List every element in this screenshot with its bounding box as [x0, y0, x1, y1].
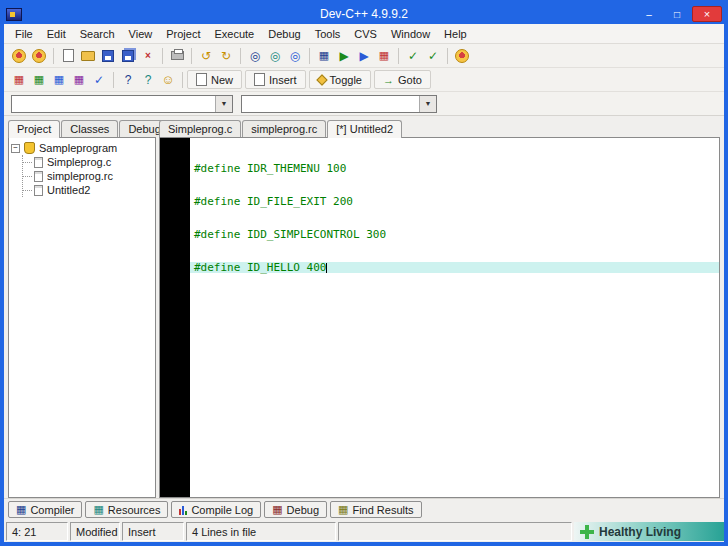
- file-icon: [34, 171, 43, 182]
- tab-debug-label: Debug: [287, 504, 319, 516]
- menu-file[interactable]: File: [8, 26, 40, 42]
- menu-window[interactable]: Window: [384, 26, 437, 42]
- menu-view[interactable]: View: [122, 26, 160, 42]
- tree-root-label: Sampleprogram: [39, 142, 117, 154]
- tab-untitled2[interactable]: [*] Untitled2: [327, 120, 402, 138]
- tree-item-untitled2[interactable]: Untitled2: [23, 183, 153, 197]
- print-icon[interactable]: [167, 46, 187, 65]
- healthy-living-watermark: Healthy Living: [574, 522, 724, 541]
- titlebar: Dev-C++ 4.9.9.2 – □ ×: [4, 4, 724, 24]
- editor-tabs: Simpleprog.c simpleprog.rc [*] Untitled2: [159, 118, 720, 137]
- find-results-panel-icon: ▦: [338, 503, 348, 516]
- menu-execute[interactable]: Execute: [207, 26, 261, 42]
- left-tabs: Project Classes Debug: [8, 118, 156, 137]
- open-file-icon[interactable]: [78, 46, 98, 65]
- tab-compile-log[interactable]: Compile Log: [171, 501, 261, 518]
- menu-tools[interactable]: Tools: [308, 26, 348, 42]
- tab-simpleprog-c[interactable]: Simpleprog.c: [159, 120, 241, 137]
- menu-cvs[interactable]: CVS: [347, 26, 384, 42]
- editor-gutter[interactable]: [160, 138, 190, 497]
- chevron-down-icon[interactable]: ▼: [215, 96, 232, 112]
- profile-icon[interactable]: ✓: [423, 46, 443, 65]
- menubar: File Edit Search View Project Execute De…: [4, 24, 724, 44]
- replace-icon[interactable]: ◎: [265, 46, 285, 65]
- project-shield-icon: [24, 142, 35, 154]
- status-filler: [338, 522, 572, 541]
- menu-edit[interactable]: Edit: [40, 26, 73, 42]
- file-icon: [34, 185, 43, 196]
- save-all-icon[interactable]: [118, 46, 138, 65]
- collapse-toggle[interactable]: −: [11, 144, 20, 153]
- globals-icon[interactable]: ▦: [69, 70, 89, 89]
- line-count: 4 Lines in file: [186, 522, 336, 541]
- close-file-icon[interactable]: ×: [138, 46, 158, 65]
- status-bar: 4: 21 Modified Insert 4 Lines in file He…: [4, 520, 724, 542]
- tree-item-simpleprog-c[interactable]: Simpleprog.c: [23, 155, 153, 169]
- tab-debug-panel[interactable]: ▦ Debug: [264, 501, 327, 518]
- goto-bookmark-button[interactable]: → Goto: [374, 70, 431, 89]
- menu-project[interactable]: Project: [159, 26, 207, 42]
- tab-compiler-label: Compiler: [30, 504, 74, 516]
- tree-root[interactable]: − Sampleprogram: [11, 141, 153, 155]
- code-line-3: #define IDD_SIMPLECONTROL 300: [190, 229, 719, 240]
- code-area[interactable]: #define IDR_THEMENU 100 #define ID_FILE_…: [190, 138, 719, 497]
- tab-simpleprog-rc[interactable]: simpleprog.rc: [242, 120, 326, 137]
- find-icon[interactable]: ◎: [245, 46, 265, 65]
- new-button-label: New: [211, 74, 233, 86]
- dev-cpp-window: Dev-C++ 4.9.9.2 – □ × File Edit Search V…: [0, 0, 728, 546]
- syntax-check-icon[interactable]: ✓: [89, 70, 109, 89]
- main-toolbar: × ↺ ↻ ◎ ◎ ◎ ▦ ▶ ▶ ▦ ✓ ✓: [4, 44, 724, 68]
- structure-icon[interactable]: ▦: [49, 70, 69, 89]
- combo-toolbar: ▼ ▼: [4, 92, 724, 116]
- toggle-bookmark-button[interactable]: Toggle: [309, 70, 371, 89]
- debug-panel-icon: ▦: [272, 503, 282, 516]
- goto-function-combo[interactable]: ▼: [241, 95, 437, 113]
- compile-run-icon[interactable]: ▶: [354, 46, 374, 65]
- members-icon[interactable]: ▦: [29, 70, 49, 89]
- menu-help[interactable]: Help: [437, 26, 474, 42]
- insert-doc-icon: [254, 73, 265, 86]
- rebuild-icon[interactable]: ▦: [374, 46, 394, 65]
- new-project-icon[interactable]: [9, 46, 29, 65]
- open-project-icon[interactable]: [29, 46, 49, 65]
- run-icon[interactable]: ▶: [334, 46, 354, 65]
- save-icon[interactable]: [98, 46, 118, 65]
- goto-button-label: Goto: [398, 74, 422, 86]
- about-icon[interactable]: ☺: [158, 70, 178, 89]
- tree-item-label: Simpleprog.c: [47, 156, 111, 168]
- project-tree[interactable]: − Sampleprogram Simpleprog.c simpleprog.…: [9, 138, 155, 200]
- compiler-combo-value: [12, 96, 215, 112]
- help-icon[interactable]: ?: [118, 70, 138, 89]
- toggle-button-label: Toggle: [330, 74, 362, 86]
- tab-find-results[interactable]: ▦ Find Results: [330, 501, 422, 518]
- undo-icon[interactable]: ↺: [196, 46, 216, 65]
- left-panel: Project Classes Debug − Sampleprogram Si…: [8, 118, 156, 498]
- tree-item-label: Untitled2: [47, 184, 90, 196]
- debug-icon[interactable]: ✓: [403, 46, 423, 65]
- compiler-combo[interactable]: ▼: [11, 95, 233, 113]
- tab-resources[interactable]: ▦ Resources: [85, 501, 168, 518]
- insert-button[interactable]: Insert: [245, 70, 306, 89]
- bottom-panel-tabs: ▦ Compiler ▦ Resources Compile Log ▦ Deb…: [4, 498, 724, 520]
- code-editor[interactable]: #define IDR_THEMENU 100 #define ID_FILE_…: [159, 137, 720, 498]
- tab-resources-label: Resources: [108, 504, 161, 516]
- tab-project[interactable]: Project: [8, 120, 60, 138]
- program-reset-icon[interactable]: [452, 46, 472, 65]
- new-file-icon[interactable]: [58, 46, 78, 65]
- new-doc-icon: [196, 73, 207, 86]
- tree-item-simpleprog-rc[interactable]: simpleprog.rc: [23, 169, 153, 183]
- window-title: Dev-C++ 4.9.9.2: [4, 7, 724, 21]
- chevron-down-icon[interactable]: ▼: [419, 96, 436, 112]
- tab-compiler[interactable]: ▦ Compiler: [8, 501, 82, 518]
- find-in-files-icon[interactable]: ◎: [285, 46, 305, 65]
- redo-icon[interactable]: ↻: [216, 46, 236, 65]
- context-help-icon[interactable]: ?: [138, 70, 158, 89]
- project-tree-panel: − Sampleprogram Simpleprog.c simpleprog.…: [8, 137, 156, 498]
- compile-icon[interactable]: ▦: [314, 46, 334, 65]
- watermark-text: Healthy Living: [599, 525, 681, 539]
- new-button[interactable]: New: [187, 70, 242, 89]
- class-browser-icon[interactable]: ▦: [9, 70, 29, 89]
- menu-debug[interactable]: Debug: [261, 26, 307, 42]
- menu-search[interactable]: Search: [73, 26, 122, 42]
- tab-classes[interactable]: Classes: [61, 120, 118, 137]
